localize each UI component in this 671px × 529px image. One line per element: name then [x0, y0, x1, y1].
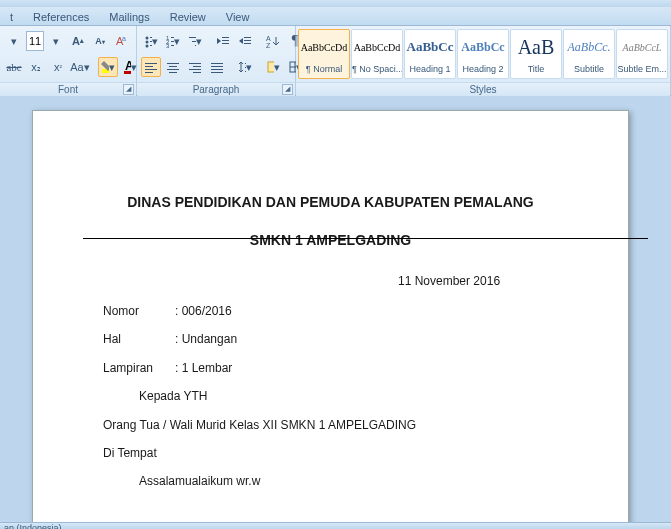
- multilevel-list-icon[interactable]: ▾: [185, 31, 205, 51]
- style-tile--no-spaci-[interactable]: AaBbCcDd¶ No Spaci...: [351, 29, 403, 79]
- lampiran-label: Lampiran: [103, 358, 175, 378]
- clear-format-icon[interactable]: Aa: [112, 31, 132, 51]
- strikethrough-icon[interactable]: abc: [4, 57, 24, 77]
- decrease-indent-icon[interactable]: [213, 31, 233, 51]
- align-left-icon[interactable]: [141, 57, 161, 77]
- group-label-styles: Styles: [296, 82, 670, 96]
- style-tile-heading-2[interactable]: AaBbCcHeading 2: [457, 29, 509, 79]
- style-name: Subtle Em...: [617, 64, 667, 78]
- svg-rect-45: [245, 67, 246, 68]
- style-tile-subtitle[interactable]: AaBbCc.Subtitle: [563, 29, 615, 79]
- align-right-icon[interactable]: [185, 57, 205, 77]
- highlight-icon[interactable]: ▾: [98, 57, 118, 77]
- tab-mailings[interactable]: Mailings: [99, 8, 159, 25]
- svg-rect-35: [169, 72, 177, 73]
- align-center-icon[interactable]: [163, 57, 183, 77]
- svg-rect-16: [171, 45, 174, 46]
- style-name: Heading 2: [458, 64, 508, 78]
- svg-rect-4: [124, 71, 131, 74]
- style-tile-subtle-em-[interactable]: AaBbCcLSubtle Em...: [616, 29, 668, 79]
- font-launcher-icon[interactable]: ◢: [123, 84, 134, 95]
- svg-rect-21: [222, 40, 229, 41]
- tab-view[interactable]: View: [216, 8, 260, 25]
- svg-rect-32: [167, 63, 179, 64]
- status-language[interactable]: an (Indonesia): [4, 523, 62, 529]
- tab-references[interactable]: References: [23, 8, 99, 25]
- svg-rect-33: [169, 66, 177, 67]
- sort-icon[interactable]: AZ: [263, 31, 283, 51]
- style-preview: AaBbCcDd: [352, 30, 402, 64]
- svg-rect-44: [245, 63, 246, 64]
- paragraph-launcher-icon[interactable]: ◢: [282, 84, 293, 95]
- svg-point-7: [146, 41, 149, 44]
- hr-line: [83, 238, 648, 239]
- doc-heading-2: SMKN 1 AMPELGADING: [103, 229, 558, 253]
- svg-rect-6: [150, 37, 152, 38]
- svg-rect-39: [193, 72, 201, 73]
- svg-rect-8: [150, 41, 152, 42]
- styles-gallery: AaBbCcDd¶ NormalAaBbCcDd¶ No Spaci...AaB…: [296, 26, 670, 82]
- svg-rect-36: [189, 63, 201, 64]
- tab-partial[interactable]: t: [0, 8, 23, 25]
- font-size-dropdown[interactable]: ▾: [46, 31, 66, 51]
- font-size-value: 11: [29, 35, 41, 47]
- doc-salam: Assalamualaikum wr.w: [139, 471, 558, 491]
- svg-rect-38: [189, 69, 201, 70]
- ribbon-tabs: t References Mailings Review View: [0, 7, 671, 26]
- svg-rect-46: [245, 71, 246, 72]
- svg-rect-18: [192, 41, 196, 42]
- style-preview: AaBbCc: [458, 30, 508, 64]
- workspace[interactable]: DINAS PENDIDIKAN DAN PEMUDA KABUPATEN PE…: [0, 96, 671, 529]
- font-dropdown-arrow[interactable]: ▾: [4, 31, 24, 51]
- document-body[interactable]: DINAS PENDIDIKAN DAN PEMUDA KABUPATEN PE…: [33, 111, 628, 512]
- tab-review[interactable]: Review: [160, 8, 216, 25]
- window-title: Document1 - Microsoft Word: [278, 0, 392, 2]
- style-preview: AaBbCc.: [564, 30, 614, 64]
- svg-rect-14: [171, 41, 174, 42]
- change-case-icon[interactable]: Aa▾: [70, 57, 90, 77]
- field-hal: Hal : Undangan: [103, 329, 558, 349]
- style-tile-title[interactable]: AaBTitle: [510, 29, 562, 79]
- group-styles: AaBbCcDd¶ NormalAaBbCcDd¶ No Spaci...AaB…: [296, 26, 671, 95]
- svg-rect-23: [244, 37, 251, 38]
- shrink-font-icon[interactable]: A▾: [90, 31, 110, 51]
- grow-font-icon[interactable]: A▴: [68, 31, 88, 51]
- group-paragraph: ▾ 123▾ ▾ AZ ¶ ▾ ▾ ▾ Para: [137, 26, 296, 95]
- style-preview: AaB: [511, 30, 561, 64]
- justify-icon[interactable]: [207, 57, 227, 77]
- style-tile--normal[interactable]: AaBbCcDd¶ Normal: [298, 29, 350, 79]
- svg-rect-28: [145, 63, 157, 64]
- shading-icon[interactable]: ▾: [263, 57, 283, 77]
- ribbon: ▾ 11 ▾ A▴ A▾ Aa abc x₂ x² Aa▾ ▾ A▾ Font◢…: [0, 26, 671, 96]
- svg-rect-43: [211, 72, 223, 73]
- superscript-icon[interactable]: x²: [48, 57, 68, 77]
- numbering-icon[interactable]: 123▾: [163, 31, 183, 51]
- svg-point-5: [146, 37, 149, 40]
- svg-point-9: [146, 45, 149, 48]
- style-tile-heading-1[interactable]: AaBbCcHeading 1: [404, 29, 456, 79]
- statusbar: an (Indonesia): [0, 522, 671, 529]
- doc-heading-1: DINAS PENDIDIKAN DAN PEMUDA KABUPATEN PE…: [103, 191, 558, 215]
- svg-text:Z: Z: [266, 42, 271, 48]
- subscript-icon[interactable]: x₂: [26, 57, 46, 77]
- style-preview: AaBbCcDd: [299, 30, 349, 64]
- style-preview: AaBbCc: [405, 30, 455, 64]
- line-spacing-icon[interactable]: ▾: [235, 57, 255, 77]
- group-label-font: Font◢: [0, 82, 136, 96]
- doc-penerima: Orang Tua / Wali Murid Kelas XII SMKN 1 …: [103, 415, 558, 435]
- bullets-icon[interactable]: ▾: [141, 31, 161, 51]
- svg-rect-42: [211, 69, 223, 70]
- field-nomor: Nomor : 006/2016: [103, 301, 558, 321]
- svg-text:3: 3: [166, 43, 170, 48]
- svg-rect-31: [145, 72, 153, 73]
- titlebar: Document1 - Microsoft Word: [0, 0, 671, 7]
- svg-rect-41: [211, 66, 223, 67]
- nomor-label: Nomor: [103, 301, 175, 321]
- doc-kepada: Kepada YTH: [139, 386, 558, 406]
- nomor-value: : 006/2016: [175, 301, 232, 321]
- font-size-box[interactable]: 11: [26, 31, 44, 51]
- svg-rect-25: [244, 43, 251, 44]
- svg-rect-24: [244, 40, 251, 41]
- increase-indent-icon[interactable]: [235, 31, 255, 51]
- style-name: Heading 1: [405, 64, 455, 78]
